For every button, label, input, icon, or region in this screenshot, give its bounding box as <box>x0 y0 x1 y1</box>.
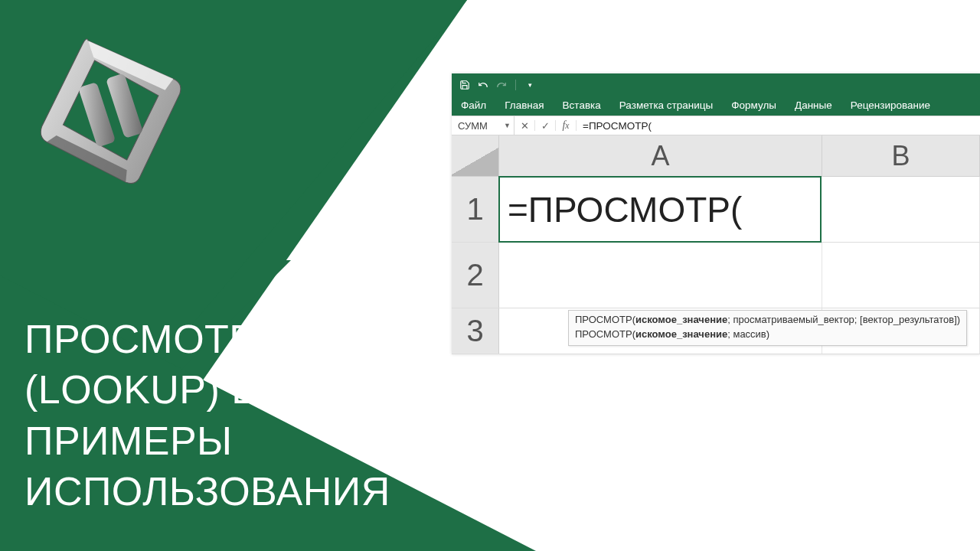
tab-home[interactable]: Главная <box>505 99 544 111</box>
cell-b2[interactable] <box>822 243 980 308</box>
column-header-a[interactable]: A <box>499 135 822 176</box>
fx-icon[interactable]: fx <box>556 116 576 135</box>
tooltip-bold: искомое_значение <box>635 314 727 325</box>
customize-qat-icon[interactable]: ▾ <box>523 78 537 92</box>
headline-line: (LOOKUP) В EXCEL, <box>24 364 413 416</box>
tooltip-text: ПРОСМОТР( <box>575 328 635 340</box>
save-icon[interactable] <box>458 78 472 92</box>
cell-a1[interactable]: =ПРОСМОТР( <box>498 176 822 243</box>
column-header-b[interactable]: B <box>822 135 980 176</box>
tab-file[interactable]: Файл <box>461 99 486 111</box>
tab-formulas[interactable]: Формулы <box>731 99 776 111</box>
formula-input[interactable]: =ПРОСМОТР( <box>577 120 980 132</box>
headline-line: ИСПОЛЬЗОВАНИЯ <box>24 466 413 517</box>
undo-icon[interactable] <box>476 78 490 92</box>
brand-logo-icon <box>31 31 191 191</box>
excel-window: ▾ Файл Главная Вставка Разметка страницы… <box>452 73 980 354</box>
headline-line: ПРИМЕРЫ <box>24 416 413 467</box>
tab-data[interactable]: Данные <box>795 99 832 111</box>
row-header-3[interactable]: 3 <box>452 308 499 354</box>
chevron-down-icon[interactable]: ▼ <box>504 122 511 129</box>
tooltip-text: ПРОСМОТР( <box>575 314 635 325</box>
formula-tooltip: ПРОСМОТР(искомое_значение; просматриваем… <box>568 310 967 346</box>
tab-insert[interactable]: Вставка <box>563 99 601 111</box>
spreadsheet-grid: A B 1 =ПРОСМОТР( 2 3 ПРОСМОТР(искомое_зн… <box>452 135 980 354</box>
row-header-1[interactable]: 1 <box>452 177 499 242</box>
title-bar: ▾ <box>452 73 980 96</box>
select-all-corner[interactable] <box>452 135 499 176</box>
name-box-value: СУММ <box>458 120 488 132</box>
tab-page-layout[interactable]: Разметка страницы <box>619 99 713 111</box>
tooltip-text: ; массив) <box>727 328 769 340</box>
tab-review[interactable]: Рецензирование <box>851 99 930 111</box>
headline-line: ПРОСМОТР <box>24 314 413 365</box>
name-box[interactable]: СУММ ▼ <box>452 116 514 135</box>
headline: ПРОСМОТР (LOOKUP) В EXCEL, ПРИМЕРЫ ИСПОЛ… <box>24 314 413 517</box>
ribbon-tabs: Файл Главная Вставка Разметка страницы Ф… <box>452 96 980 116</box>
cancel-formula-icon[interactable]: ✕ <box>514 116 534 135</box>
tooltip-text: ; просматриваемый_вектор; [вектор_резуль… <box>727 314 960 325</box>
formula-bar: СУММ ▼ ✕ ✓ fx =ПРОСМОТР( <box>452 116 980 135</box>
enter-formula-icon[interactable]: ✓ <box>535 116 555 135</box>
tooltip-bold: искомое_значение <box>635 328 727 340</box>
cell-a2[interactable] <box>499 243 822 308</box>
row-header-2[interactable]: 2 <box>452 243 499 308</box>
redo-icon[interactable] <box>495 78 508 92</box>
cell-b1[interactable] <box>821 177 980 242</box>
